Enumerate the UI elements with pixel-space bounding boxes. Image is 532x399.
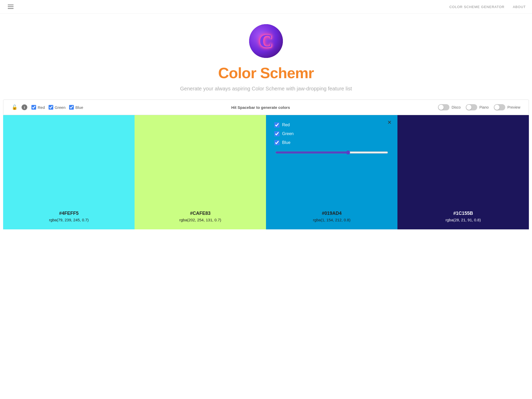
swatch-2-rgba: rgba(202, 254, 131, 0.7) <box>179 218 221 222</box>
hero-section: C Color Schemr Generate your always aspi… <box>0 14 532 99</box>
swatch-4-hex: #1C155B <box>453 211 473 216</box>
opacity-slider[interactable] <box>275 150 388 155</box>
logo-letter: C <box>259 32 273 50</box>
swatch-1-hex: #4FEFF5 <box>59 211 78 216</box>
checkbox-blue[interactable]: Blue <box>69 105 83 110</box>
popup-red-label: Red <box>282 123 290 127</box>
swatches-container: #4FEFF5 rgba(79, 239, 245, 0.7) #CAFE83 … <box>3 115 529 229</box>
logo-circle-inner: C <box>249 24 283 58</box>
toggle-preview: Preview <box>494 104 520 110</box>
toolbar-right: Disco Piano Preview <box>438 104 520 110</box>
piano-toggle[interactable] <box>466 104 477 110</box>
checkbox-green-input[interactable] <box>49 105 53 110</box>
swatch-1-rgba: rgba(79, 239, 245, 0.7) <box>49 218 89 222</box>
toggle-disco: Disco <box>438 104 461 110</box>
hamburger-menu[interactable] <box>6 3 15 10</box>
swatch-4-rgba: rgba(28, 21, 91, 0.8) <box>445 218 481 222</box>
swatch-4[interactable]: #1C155B rgba(28, 21, 91, 0.8) <box>397 115 529 229</box>
checkbox-green-label: Green <box>55 105 66 110</box>
popup-blue-label: Blue <box>282 140 290 145</box>
navbar-left <box>6 3 15 10</box>
spacebar-hint: Hit Spacebar to generate colors <box>89 105 432 110</box>
checkbox-red[interactable]: Red <box>31 105 45 110</box>
swatch-3-rgba: rgba(1, 154, 212, 0.8) <box>313 218 350 222</box>
popup-close-button[interactable]: ✕ <box>387 119 392 125</box>
popup-checkbox-blue-input[interactable] <box>274 140 280 145</box>
navbar: COLOR SCHEME GENERATOR ABOUT <box>0 0 532 14</box>
logo-circle: C <box>249 24 283 58</box>
popup-checkbox-red-input[interactable] <box>274 122 280 128</box>
nav-color-scheme-generator[interactable]: COLOR SCHEME GENERATOR <box>449 5 504 9</box>
checkbox-green[interactable]: Green <box>49 105 66 110</box>
app-name: Color Schemr <box>218 64 314 82</box>
popup-checkbox-green-input[interactable] <box>274 131 280 136</box>
popup-slider-row <box>274 150 389 156</box>
disco-label: Disco <box>451 105 461 109</box>
disco-toggle[interactable] <box>438 104 449 110</box>
popup-green-label: Green <box>282 131 294 136</box>
swatch-3-hex: #019AD4 <box>322 211 342 216</box>
hero-subtitle: Generate your always aspiring Color Sche… <box>180 86 352 92</box>
swatch-3[interactable]: ✕ Red Green Blue #019AD4 rgba(1, 154, 21… <box>266 115 397 229</box>
piano-label: Piano <box>479 105 489 109</box>
checkbox-red-label: Red <box>38 105 45 110</box>
swatch-2[interactable]: #CAFE83 rgba(202, 254, 131, 0.7) <box>135 115 266 229</box>
toolbar: 🔓 i Red Green Blue Hit Spacebar to gener… <box>3 99 529 115</box>
swatch-2-hex: #CAFE83 <box>190 211 210 216</box>
checkbox-red-input[interactable] <box>31 105 36 110</box>
checkbox-blue-label: Blue <box>75 105 83 110</box>
popup-checkbox-blue[interactable]: Blue <box>274 140 389 145</box>
channel-checkboxes: Red Green Blue <box>31 105 83 110</box>
swatch-1[interactable]: #4FEFF5 rgba(79, 239, 245, 0.7) <box>3 115 135 229</box>
preview-label: Preview <box>507 105 520 109</box>
nav-about[interactable]: ABOUT <box>513 5 526 9</box>
info-icon[interactable]: i <box>22 104 27 110</box>
popup-checkbox-green[interactable]: Green <box>274 131 389 136</box>
popup-checkbox-red[interactable]: Red <box>274 122 389 128</box>
swatch-3-popup: ✕ Red Green Blue <box>268 117 395 162</box>
navbar-right: COLOR SCHEME GENERATOR ABOUT <box>449 5 526 9</box>
preview-toggle[interactable] <box>494 104 505 110</box>
checkbox-blue-input[interactable] <box>69 105 74 110</box>
toggle-piano: Piano <box>466 104 489 110</box>
lock-icon[interactable]: 🔓 <box>12 104 17 110</box>
toolbar-left: 🔓 i Red Green Blue <box>12 104 83 110</box>
